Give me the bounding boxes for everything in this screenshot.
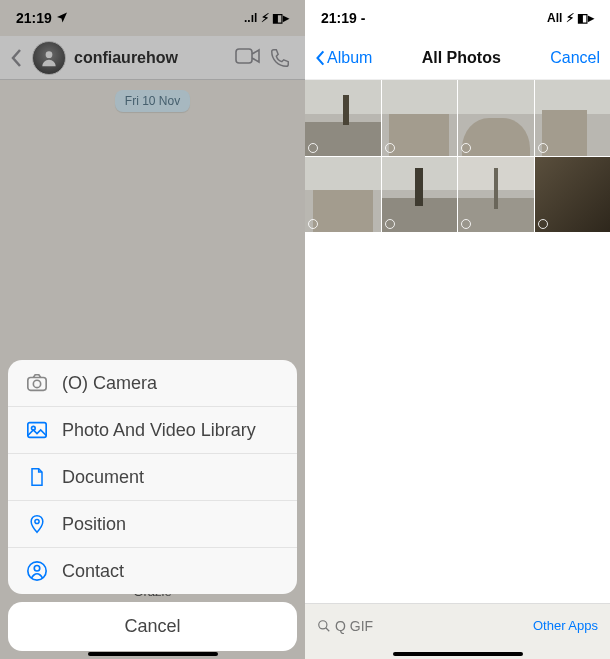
- svg-rect-4: [28, 423, 46, 438]
- burst-icon: [385, 219, 395, 229]
- sheet-item-label: Contact: [62, 561, 124, 582]
- status-time: 21:19 -: [321, 10, 365, 26]
- sheet-item-label: Photo And Video Library: [62, 420, 256, 441]
- burst-icon: [461, 219, 471, 229]
- attachment-action-sheet: (O) Camera Photo And Video Library Docum…: [8, 360, 297, 651]
- photo-thumb[interactable]: [458, 80, 534, 156]
- photo-thumb[interactable]: [535, 80, 611, 156]
- gif-label-text: Q GIF: [335, 618, 373, 634]
- svg-point-3: [33, 380, 40, 387]
- sheet-cancel-button[interactable]: Cancel: [8, 602, 297, 651]
- sheet-item-location[interactable]: Position: [8, 500, 297, 547]
- photo-thumb[interactable]: [305, 157, 381, 233]
- home-indicator[interactable]: [393, 652, 523, 656]
- burst-icon: [538, 143, 548, 153]
- photo-thumb[interactable]: [305, 80, 381, 156]
- sheet-item-label: (O) Camera: [62, 373, 157, 394]
- camera-icon: [26, 372, 48, 394]
- picker-title: All Photos: [422, 49, 501, 67]
- location-icon: [26, 513, 48, 535]
- photo-icon: [26, 419, 48, 441]
- home-indicator[interactable]: [88, 652, 218, 656]
- burst-icon: [538, 219, 548, 229]
- right-panel: 21:19 - All ⚡︎ ◧▸ Album All Photos Cance…: [305, 0, 610, 659]
- gif-search-button[interactable]: Q GIF: [317, 618, 373, 634]
- status-right: All ⚡︎ ◧▸: [547, 11, 594, 25]
- photo-thumb[interactable]: [382, 80, 458, 156]
- sheet-item-photo-library[interactable]: Photo And Video Library: [8, 406, 297, 453]
- picker-cancel-button[interactable]: Cancel: [550, 49, 600, 67]
- sheet-item-label: Position: [62, 514, 126, 535]
- burst-icon: [461, 143, 471, 153]
- photo-thumb[interactable]: [382, 157, 458, 233]
- svg-point-8: [34, 566, 40, 572]
- svg-point-6: [35, 519, 39, 523]
- svg-rect-2: [28, 378, 46, 391]
- photo-thumb[interactable]: [458, 157, 534, 233]
- status-bar-right: 21:19 - All ⚡︎ ◧▸: [305, 0, 610, 36]
- action-sheet-options: (O) Camera Photo And Video Library Docum…: [8, 360, 297, 594]
- back-label: Album: [327, 49, 372, 67]
- svg-point-9: [319, 620, 327, 628]
- left-panel: 21:19 ..ıl ⚡︎ ◧▸ confiaurehow Fri 10 Nov…: [0, 0, 305, 659]
- back-to-albums-button[interactable]: Album: [315, 49, 372, 67]
- sheet-item-label: Document: [62, 467, 144, 488]
- sheet-item-document[interactable]: Document: [8, 453, 297, 500]
- burst-icon: [308, 143, 318, 153]
- document-icon: [26, 466, 48, 488]
- burst-icon: [308, 219, 318, 229]
- photo-picker-bottom-bar: Q GIF Other Apps: [305, 603, 610, 659]
- picker-header: Album All Photos Cancel: [305, 36, 610, 80]
- other-apps-button[interactable]: Other Apps: [533, 618, 598, 633]
- sheet-item-contact[interactable]: Contact: [8, 547, 297, 594]
- cancel-label: Cancel: [124, 616, 180, 636]
- photo-thumb[interactable]: [535, 157, 611, 233]
- contact-icon: [26, 560, 48, 582]
- sheet-item-camera[interactable]: (O) Camera: [8, 360, 297, 406]
- burst-icon: [385, 143, 395, 153]
- photo-grid: [305, 80, 610, 232]
